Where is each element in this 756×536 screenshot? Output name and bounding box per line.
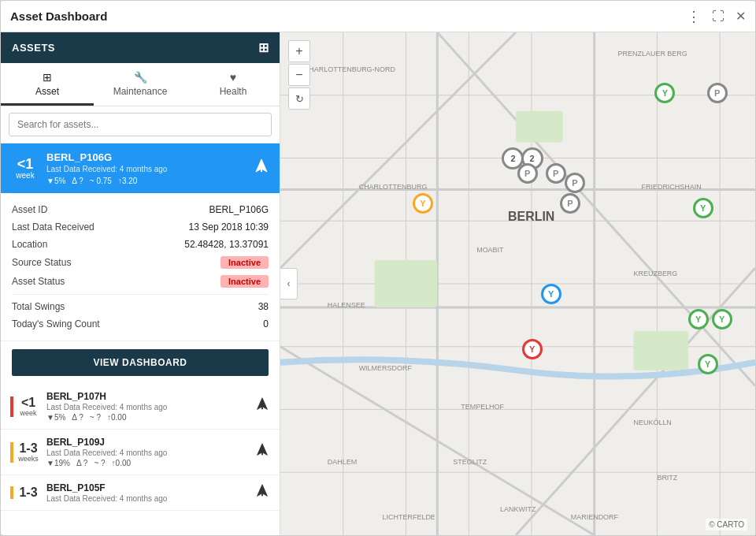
asset-list: <1 week BERL_P106G Last Data Received: 4…: [1, 143, 280, 535]
list-item-1-name: BERL_P109J: [46, 437, 248, 448]
list-item-1-age-badge: 1-3 weeks: [10, 442, 40, 463]
detail-value-total-swings: 38: [258, 301, 269, 312]
list-item-1-subtext: Last Data Received: 4 months ago: [46, 449, 248, 457]
svg-text:CHARLOTTENBURG-NORD: CHARLOTTENBURG-NORD: [304, 65, 396, 73]
svg-text:HALENSEE: HALENSEE: [328, 301, 365, 309]
detail-label-asset-id: Asset ID: [12, 204, 47, 215]
map-marker-m2[interactable]: P: [707, 83, 728, 103]
svg-text:MOABIT: MOABIT: [476, 246, 504, 254]
svg-text:KREUZBERG: KREUZBERG: [634, 270, 678, 277]
zoom-in-button[interactable]: +: [288, 40, 310, 62]
map-marker-m12[interactable]: Y: [522, 339, 543, 359]
detail-divider: [12, 294, 269, 295]
map-controls: + − ↻: [288, 40, 310, 110]
list-item-1-stats: ▼19% Δ ? ~ ? ↑0.00: [46, 459, 248, 467]
svg-text:MARIENDORF: MARIENDORF: [571, 513, 619, 521]
list-item-2-icon: [254, 483, 270, 503]
li0-stat-tilde: ~ ?: [90, 413, 101, 422]
tab-asset[interactable]: ⊞ Asset: [1, 63, 94, 106]
li1-stat-up: ↑0.00: [112, 459, 131, 467]
map-marker-m1[interactable]: Y: [654, 83, 675, 103]
map-marker-m10[interactable]: Y: [693, 198, 713, 218]
detail-label-location: Location: [12, 239, 47, 250]
selected-asset-age-unit: week: [16, 171, 34, 180]
map-marker-m11[interactable]: Y: [541, 284, 561, 304]
detail-row-asset-status: Asset Status Inactive: [12, 272, 269, 291]
tab-maintenance[interactable]: 🔧 Maintenance: [94, 63, 187, 106]
title-bar: Asset Dashboard ⋮ ⛶ ✕: [1, 1, 755, 32]
list-item-2[interactable]: 1-3 BERL_P105F Last Data Received: 4 mon…: [1, 475, 280, 511]
expand-icon[interactable]: ⛶: [712, 9, 724, 24]
health-tab-icon: ♥: [230, 71, 236, 84]
svg-text:DAHLEM: DAHLEM: [328, 458, 357, 466]
asset-tab-icon: ⊞: [43, 71, 52, 84]
svg-text:TEMPELHOF: TEMPELHOF: [461, 403, 504, 411]
list-item-2-age-badge: 1-3: [10, 486, 40, 499]
list-item-1-age-num: 1-3: [19, 442, 37, 455]
window-title: Asset Dashboard: [10, 9, 107, 23]
list-item-1[interactable]: 1-3 weeks BERL_P109J Last Data Received:…: [1, 430, 280, 475]
map-marker-m14[interactable]: Y: [712, 309, 732, 329]
refresh-button[interactable]: ↻: [288, 87, 310, 110]
detail-value-last-data: 13 Sep 2018 10:39: [189, 221, 269, 233]
grid-icon[interactable]: ⊞: [258, 40, 269, 55]
li1-stat-delta: Δ ?: [76, 459, 87, 467]
svg-rect-28: [516, 111, 563, 143]
stat-down: ▼5%: [46, 177, 65, 185]
stat-delta: Δ ?: [72, 177, 83, 185]
selected-asset-stats: ▼5% Δ ? ~ 0.75 ↑3.20: [46, 177, 246, 185]
map-marker-m6[interactable]: P: [546, 163, 566, 184]
collapse-panel-button[interactable]: ‹: [280, 268, 298, 300]
more-icon[interactable]: ⋮: [687, 8, 701, 25]
list-item-2-subtext: Last Data Received: 4 months ago: [46, 494, 248, 503]
list-item-0[interactable]: <1 week BERL_P107H Last Data Received: 4…: [1, 384, 280, 430]
detail-label-asset-status: Asset Status: [12, 276, 65, 287]
view-dashboard-button[interactable]: VIEW DASHBOARD: [12, 349, 269, 376]
asset-tab-label: Asset: [35, 86, 59, 97]
list-item-1-icon: [254, 442, 270, 462]
detail-label-swing-count: Today's Swing Count: [12, 318, 100, 329]
svg-text:PRENZLAUER BERG: PRENZLAUER BERG: [618, 50, 687, 58]
selected-asset-age-badge: <1 week: [10, 157, 40, 180]
selected-asset-icon: [253, 158, 270, 180]
list-item-0-stats: ▼5% Δ ? ~ ? ↑0.00: [46, 413, 248, 422]
svg-rect-27: [375, 260, 438, 307]
close-icon[interactable]: ✕: [736, 9, 746, 24]
tab-health[interactable]: ♥ Health: [187, 63, 280, 106]
stat-up: ↑3.20: [118, 177, 137, 185]
map-marker-m8[interactable]: P: [560, 193, 580, 214]
selected-asset-name: BERL_P106G: [46, 151, 246, 163]
zoom-out-button[interactable]: −: [288, 64, 310, 86]
list-item-0-age-unit: week: [20, 409, 36, 417]
svg-text:NEUKÖLLN: NEUKÖLLN: [634, 419, 672, 426]
svg-text:CHARLOTTENBURG: CHARLOTTENBURG: [359, 183, 428, 191]
list-item-2-name: BERL_P105F: [46, 482, 248, 493]
detail-row-last-data: Last Data Received 13 Sep 2018 10:39: [12, 218, 269, 236]
detail-label-total-swings: Total Swings: [12, 301, 65, 312]
map-marker-m5[interactable]: P: [517, 163, 538, 184]
svg-text:LANKWITZ: LANKWITZ: [500, 505, 536, 513]
list-item-0-name: BERL_P107H: [46, 391, 248, 402]
list-item-0-icon: [254, 396, 270, 416]
search-input[interactable]: [9, 113, 272, 136]
main-content: ASSETS ⊞ ⊞ Asset 🔧 Maintenance ♥ Health: [1, 32, 755, 535]
detail-label-source-status: Source Status: [12, 257, 71, 268]
map-marker-m9[interactable]: Y: [413, 193, 433, 214]
main-window: Asset Dashboard ⋮ ⛶ ✕ ASSETS ⊞ ⊞ Asset 🔧: [0, 0, 756, 536]
search-row: [1, 106, 280, 143]
map-panel: CHARLOTTENBURG-NORD PRENZLAUER BERG CHAR…: [280, 32, 755, 535]
selected-asset-card[interactable]: <1 week BERL_P106G Last Data Received: 4…: [1, 143, 280, 193]
map-marker-m7[interactable]: P: [565, 173, 585, 193]
svg-text:FRIEDRICHSHAIN: FRIEDRICHSHAIN: [641, 183, 701, 191]
list-item-1-age-unit: weeks: [18, 455, 39, 463]
svg-text:BERLIN: BERLIN: [508, 210, 554, 223]
li1-stat-tilde: ~ ?: [94, 459, 105, 467]
selected-asset-age-num: <1: [17, 157, 34, 171]
svg-text:WILMERSDORF: WILMERSDORF: [359, 364, 413, 372]
maintenance-tab-icon: 🔧: [134, 71, 147, 84]
map-marker-m13[interactable]: Y: [688, 309, 709, 329]
selected-asset-info: BERL_P106G Last Data Received: 4 months …: [46, 151, 246, 185]
asset-detail: Asset ID BERL_P106G Last Data Received 1…: [1, 193, 280, 341]
map-marker-m15[interactable]: Y: [698, 354, 718, 374]
stat-tilde: ~ 0.75: [90, 177, 112, 185]
